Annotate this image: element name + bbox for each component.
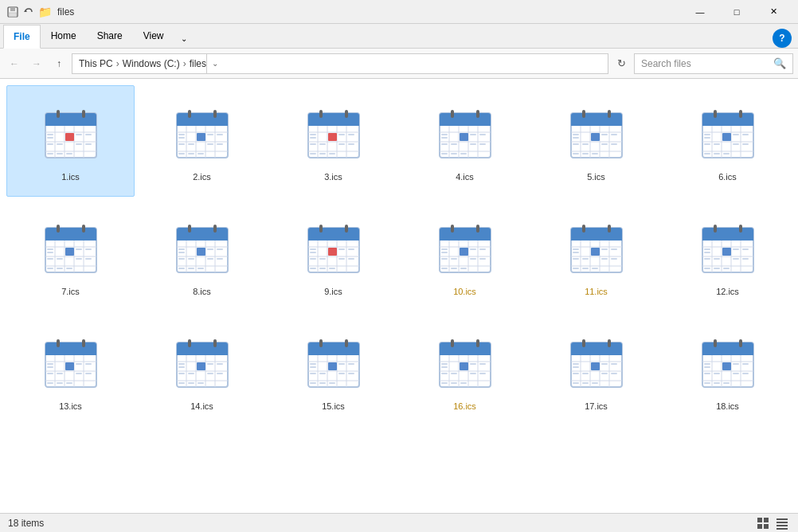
svg-rect-152 [82,225,85,233]
svg-rect-208 [328,248,337,256]
file-item[interactable]: 11.ics [532,200,660,311]
svg-rect-306 [47,366,53,368]
file-item[interactable]: 5.ics [532,85,660,197]
svg-rect-403 [601,363,608,365]
svg-rect-387 [460,382,467,384]
svg-rect-96 [479,143,486,145]
svg-rect-259 [601,248,608,250]
svg-rect-22 [57,143,63,145]
file-item[interactable]: 1.ics [6,85,135,197]
svg-rect-382 [451,373,457,374]
file-item[interactable]: 18.ics [663,315,792,426]
svg-rect-174 [177,236,228,241]
file-item[interactable]: 2.ics [138,85,266,197]
svg-rect-47 [207,143,213,145]
tab-view[interactable]: View [133,24,174,48]
svg-rect-224 [476,225,479,233]
svg-rect-288 [742,258,749,260]
tab-home[interactable]: Home [41,24,87,48]
svg-rect-80 [476,110,479,118]
file-item[interactable]: 12.ics [663,200,792,311]
file-item[interactable]: 6.ics [663,85,792,197]
file-item[interactable]: 14.ics [138,315,266,426]
svg-rect-436 [757,518,762,522]
file-name: 10.ics [453,287,476,296]
svg-rect-198 [308,236,359,241]
svg-rect-256 [591,248,600,256]
back-button[interactable]: ← [5,54,24,73]
svg-rect-312 [85,373,92,374]
close-button[interactable]: ✕ [755,0,792,24]
svg-rect-137 [704,134,710,135]
file-item[interactable]: 7.ics [6,200,135,311]
svg-rect-73 [310,153,316,155]
ribbon-more-button[interactable]: ⌄ [174,29,194,48]
file-item[interactable]: 4.ics [401,85,529,197]
svg-rect-176 [213,225,217,233]
svg-rect-41 [178,134,185,135]
svg-rect-385 [441,382,448,384]
svg-rect-425 [704,363,710,365]
svg-rect-391 [582,339,585,347]
minimize-button[interactable]: — [682,0,718,24]
details-view-button[interactable] [774,515,790,531]
address-dropdown[interactable]: ⌄ [206,53,222,74]
svg-rect-75 [329,153,335,155]
svg-rect-54 [308,121,359,126]
svg-rect-194 [188,268,194,269]
large-icons-view-button[interactable] [755,515,771,531]
svg-rect-356 [348,363,354,365]
address-path[interactable]: This PC › Windows (C:) › files ⌄ [72,53,608,74]
file-name: 9.ics [324,287,342,296]
file-item[interactable]: 10.ics [401,200,529,311]
file-item[interactable]: 13.ics [6,315,135,426]
help-button[interactable]: ? [773,29,792,48]
svg-rect-343 [319,339,323,347]
svg-rect-246 [571,236,622,241]
svg-rect-261 [573,258,579,260]
maximize-button[interactable]: □ [718,0,755,24]
svg-rect-24 [85,143,92,145]
file-name: 7.ics [61,287,80,296]
file-item[interactable]: 17.ics [532,315,660,426]
forward-button[interactable]: → [27,54,46,73]
svg-rect-145 [704,153,710,155]
svg-rect-354 [310,366,316,368]
svg-rect-264 [611,258,617,260]
svg-rect-309 [47,373,53,374]
search-box[interactable]: Search files 🔍 [634,53,793,74]
svg-rect-439 [764,524,769,529]
file-item[interactable]: 8.ics [138,200,266,311]
file-item[interactable]: 15.ics [269,315,397,426]
svg-rect-353 [310,363,316,365]
svg-rect-290 [714,268,720,269]
save-icon[interactable] [6,6,19,18]
file-item[interactable]: 3.ics [269,85,397,197]
file-item[interactable]: 16.ics [401,315,529,426]
svg-rect-291 [723,268,730,269]
svg-rect-16 [65,133,74,141]
svg-rect-355 [338,363,345,365]
svg-rect-31 [188,110,191,118]
svg-rect-189 [178,258,185,260]
refresh-button[interactable]: ↻ [612,54,631,73]
svg-rect-441 [776,522,788,523]
svg-rect-56 [345,110,348,118]
svg-rect-211 [338,248,345,250]
view-controls [755,515,790,531]
svg-rect-67 [338,134,345,135]
svg-rect-30 [177,121,228,126]
svg-rect-329 [178,363,185,365]
tab-file[interactable]: File [3,25,41,49]
tab-share[interactable]: Share [87,24,133,48]
svg-rect-335 [207,373,213,374]
undo-icon[interactable] [22,6,35,18]
svg-rect-390 [571,350,622,355]
svg-rect-284 [742,248,749,250]
svg-rect-65 [310,134,316,135]
up-button[interactable]: ↑ [49,54,68,73]
svg-rect-241 [441,268,448,269]
file-item[interactable]: 9.ics [269,200,397,311]
svg-rect-6 [45,121,96,126]
svg-rect-286 [714,258,720,260]
